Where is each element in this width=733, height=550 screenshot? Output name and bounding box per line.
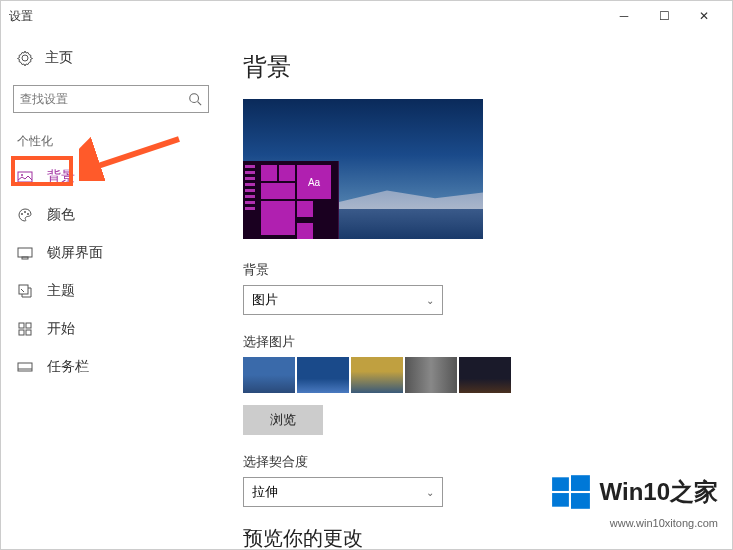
nav-label: 任务栏: [47, 358, 89, 376]
background-type-dropdown[interactable]: 图片 ⌄: [243, 285, 443, 315]
thumbnail-1[interactable]: [243, 357, 295, 393]
svg-point-0: [190, 94, 199, 103]
thumbnail-2[interactable]: [297, 357, 349, 393]
svg-line-1: [198, 102, 202, 106]
svg-rect-9: [19, 285, 28, 294]
dropdown-value: 拉伸: [252, 483, 278, 501]
sidebar-item-start[interactable]: 开始: [1, 310, 221, 348]
page-title: 背景: [243, 51, 732, 83]
branding-url: www.win10xitong.com: [610, 517, 718, 529]
svg-rect-8: [22, 257, 28, 259]
thumbnail-4[interactable]: [405, 357, 457, 393]
search-icon: [188, 92, 202, 106]
svg-rect-12: [19, 330, 24, 335]
svg-rect-7: [18, 248, 32, 257]
background-preview: Aa: [243, 99, 483, 239]
preview-aa-tile: Aa: [297, 165, 331, 199]
start-icon: [17, 321, 33, 337]
theme-icon: [17, 283, 33, 299]
sidebar: 主页 个性化 背景 颜色 锁屏界面: [1, 31, 221, 549]
windows-logo-icon: [550, 471, 592, 513]
branding-name: Win10之家: [600, 476, 718, 508]
svg-rect-20: [552, 493, 569, 507]
background-type-label: 背景: [243, 261, 732, 279]
sidebar-item-taskbar[interactable]: 任务栏: [1, 348, 221, 386]
preview-start-menu: Aa: [243, 161, 339, 239]
dropdown-value: 图片: [252, 291, 278, 309]
fit-label: 选择契合度: [243, 453, 732, 471]
maximize-button[interactable]: ☐: [644, 2, 684, 30]
home-button[interactable]: 主页: [1, 39, 221, 77]
picture-icon: [17, 169, 33, 185]
search-box[interactable]: [13, 85, 209, 113]
titlebar: 设置 ─ ☐ ✕: [1, 1, 732, 31]
nav-label: 主题: [47, 282, 75, 300]
svg-point-6: [27, 213, 29, 215]
lock-screen-icon: [17, 245, 33, 261]
choose-picture-label: 选择图片: [243, 333, 732, 351]
chevron-down-icon: ⌄: [426, 295, 434, 306]
sidebar-item-themes[interactable]: 主题: [1, 272, 221, 310]
chevron-down-icon: ⌄: [426, 487, 434, 498]
picture-thumbnails: [243, 357, 732, 393]
branding-logo: Win10之家: [550, 471, 718, 513]
search-input[interactable]: [20, 92, 188, 106]
nav-label: 开始: [47, 320, 75, 338]
svg-point-5: [24, 211, 26, 213]
nav-label: 背景: [47, 168, 75, 186]
svg-point-3: [21, 174, 23, 176]
nav-label: 颜色: [47, 206, 75, 224]
nav-label: 锁屏界面: [47, 244, 103, 262]
home-label: 主页: [45, 49, 73, 67]
sidebar-item-background[interactable]: 背景: [1, 158, 221, 196]
thumbnail-5[interactable]: [459, 357, 511, 393]
svg-rect-14: [18, 363, 32, 371]
svg-rect-19: [571, 475, 590, 491]
browse-button[interactable]: 浏览: [243, 405, 323, 435]
window-title: 设置: [9, 8, 604, 25]
close-button[interactable]: ✕: [684, 2, 724, 30]
palette-icon: [17, 207, 33, 223]
taskbar-icon: [17, 359, 33, 375]
svg-rect-13: [26, 330, 31, 335]
gear-icon: [17, 50, 33, 66]
svg-rect-21: [571, 493, 590, 509]
window-controls: ─ ☐ ✕: [604, 2, 724, 30]
category-label: 个性化: [1, 129, 221, 158]
svg-rect-18: [552, 477, 569, 491]
sidebar-item-colors[interactable]: 颜色: [1, 196, 221, 234]
svg-point-4: [21, 213, 23, 215]
svg-rect-2: [18, 172, 32, 182]
sidebar-item-lockscreen[interactable]: 锁屏界面: [1, 234, 221, 272]
fit-dropdown[interactable]: 拉伸 ⌄: [243, 477, 443, 507]
thumbnail-3[interactable]: [351, 357, 403, 393]
minimize-button[interactable]: ─: [604, 2, 644, 30]
svg-rect-10: [19, 323, 24, 328]
svg-rect-11: [26, 323, 31, 328]
